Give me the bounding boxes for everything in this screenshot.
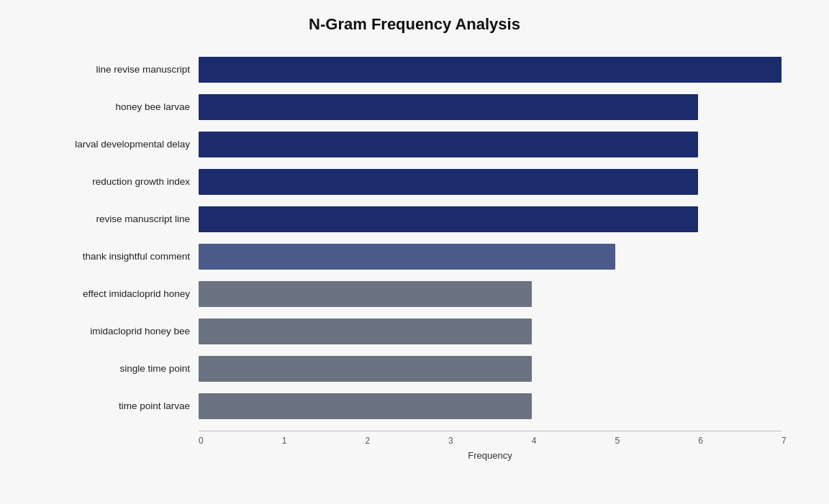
- bar-track: [199, 393, 782, 419]
- chart-title: N-Gram Frequency Analysis: [47, 15, 782, 34]
- bar-label: thank insightful comment: [47, 251, 199, 262]
- bar-fill: [199, 319, 532, 344]
- bar-label: reduction growth index: [47, 176, 199, 187]
- bar-label: revise manuscript line: [47, 214, 199, 224]
- bar-track: [199, 319, 782, 344]
- bar-row: revise manuscript line: [47, 201, 782, 238]
- bar-fill: [199, 169, 698, 195]
- x-axis-label: Frequency: [199, 450, 782, 461]
- bar-label: single time point: [47, 363, 199, 374]
- bar-fill: [199, 94, 698, 120]
- bar-track: [199, 94, 782, 120]
- bar-row: line revise manuscript: [47, 51, 782, 88]
- bar-label: time point larvae: [47, 400, 199, 411]
- bar-track: [199, 244, 782, 270]
- bar-label: effect imidacloprid honey: [47, 288, 199, 299]
- bar-track: [199, 57, 782, 83]
- chart-container: N-Gram Frequency Analysis line revise ma…: [19, 1, 810, 504]
- bar-row: larval developmental delay: [47, 126, 782, 163]
- x-axis: 01234567: [199, 431, 782, 446]
- bar-row: honey bee larvae: [47, 88, 782, 126]
- bar-row: reduction growth index: [47, 163, 782, 201]
- bar-label: line revise manuscript: [47, 64, 199, 75]
- bar-track: [199, 356, 782, 382]
- bar-row: effect imidacloprid honey: [47, 275, 782, 313]
- x-axis-ticks: 01234567: [199, 431, 782, 446]
- bar-row: thank insightful comment: [47, 238, 782, 275]
- bar-fill: [199, 244, 615, 270]
- bar-fill: [199, 393, 532, 419]
- bar-track: [199, 169, 782, 195]
- bar-row: imidacloprid honey bee: [47, 313, 782, 350]
- bar-fill: [199, 281, 532, 307]
- bar-label: imidacloprid honey bee: [47, 326, 199, 336]
- bar-fill: [199, 57, 782, 83]
- chart-area: line revise manuscripthoney bee larvaela…: [47, 51, 782, 425]
- bar-label: larval developmental delay: [47, 139, 199, 150]
- bar-row: time point larvae: [47, 388, 782, 425]
- bar-track: [199, 281, 782, 307]
- bar-row: single time point: [47, 350, 782, 388]
- bar-label: honey bee larvae: [47, 101, 199, 112]
- bar-fill: [199, 206, 698, 232]
- bar-fill: [199, 356, 532, 382]
- bar-track: [199, 206, 782, 232]
- bar-fill: [199, 132, 698, 157]
- bar-track: [199, 132, 782, 157]
